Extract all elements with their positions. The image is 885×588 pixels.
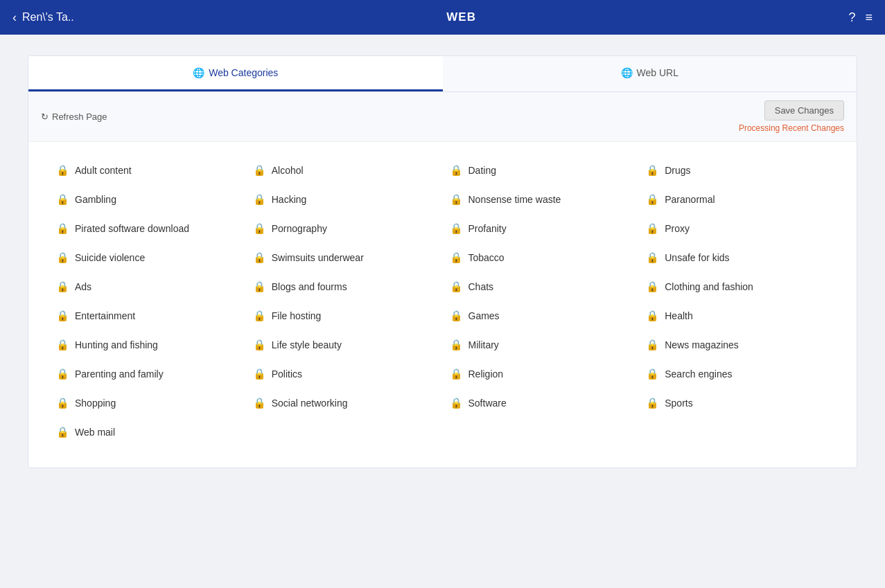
lock-icon-hunting-fishing: 🔒 bbox=[56, 339, 69, 351]
tab-bar: 🌐 Web Categories 🌐 Web URL bbox=[28, 56, 857, 92]
category-item-blogs-and-fourms[interactable]: 🔒Blogs and fourms bbox=[246, 272, 443, 301]
category-label-swimsuits-underwear: Swimsuits underwear bbox=[272, 252, 364, 263]
globe-icon-1: 🌐 bbox=[193, 67, 204, 78]
category-label-games: Games bbox=[468, 310, 500, 321]
category-item-parenting-family[interactable]: 🔒Parenting and family bbox=[49, 359, 246, 389]
category-item-tobacco[interactable]: 🔒Tobacco bbox=[443, 243, 640, 272]
category-item-ads[interactable]: 🔒Ads bbox=[49, 272, 246, 301]
lock-icon-pornography: 🔒 bbox=[253, 222, 266, 235]
category-label-clothing-fashion: Clothing and fashion bbox=[665, 281, 753, 292]
save-changes-button[interactable]: Save Changes bbox=[764, 100, 844, 121]
category-item-health[interactable]: 🔒Health bbox=[639, 301, 836, 330]
lock-icon-swimsuits-underwear: 🔒 bbox=[253, 251, 266, 264]
category-label-tobacco: Tobacco bbox=[468, 252, 505, 263]
tab-web-url[interactable]: 🌐 Web URL bbox=[443, 56, 857, 91]
category-item-politics[interactable]: 🔒Politics bbox=[246, 359, 443, 389]
content-card: 🌐 Web Categories 🌐 Web URL ↻ Refresh Pag… bbox=[28, 55, 857, 468]
category-item-entertainment[interactable]: 🔒Entertainment bbox=[49, 301, 246, 330]
category-item-proxy[interactable]: 🔒Proxy bbox=[639, 214, 836, 243]
category-item-hacking[interactable]: 🔒Hacking bbox=[246, 185, 443, 214]
processing-status: Processing Recent Changes bbox=[739, 123, 844, 133]
lock-icon-chats: 🔒 bbox=[450, 280, 463, 293]
help-icon[interactable]: ? bbox=[848, 10, 855, 25]
back-button[interactable]: ‹ Ren\'s Ta.. bbox=[12, 10, 74, 25]
main-content: 🌐 Web Categories 🌐 Web URL ↻ Refresh Pag… bbox=[0, 35, 885, 489]
category-label-drugs: Drugs bbox=[665, 165, 690, 176]
lock-icon-tobacco: 🔒 bbox=[450, 251, 463, 264]
category-item-swimsuits-underwear[interactable]: 🔒Swimsuits underwear bbox=[246, 243, 443, 272]
menu-icon[interactable]: ≡ bbox=[865, 10, 873, 25]
lock-icon-profanity: 🔒 bbox=[450, 222, 463, 235]
category-item-paranormal[interactable]: 🔒Paranormal bbox=[639, 185, 836, 214]
lock-icon-ads: 🔒 bbox=[56, 280, 69, 293]
lock-icon-paranormal: 🔒 bbox=[646, 193, 659, 206]
lock-icon-file-hosting: 🔒 bbox=[253, 310, 266, 322]
category-item-dating[interactable]: 🔒Dating bbox=[443, 156, 640, 185]
category-item-games[interactable]: 🔒Games bbox=[443, 301, 640, 330]
lock-icon-social-networking: 🔒 bbox=[253, 397, 266, 409]
category-label-adult-content: Adult content bbox=[75, 165, 132, 176]
category-label-entertainment: Entertainment bbox=[75, 310, 135, 321]
category-item-software[interactable]: 🔒Software bbox=[443, 389, 640, 418]
category-item-clothing-fashion[interactable]: 🔒Clothing and fashion bbox=[639, 272, 836, 301]
lock-icon-drugs: 🔒 bbox=[646, 164, 659, 177]
lock-icon-adult-content: 🔒 bbox=[56, 164, 69, 177]
refresh-icon: ↻ bbox=[41, 112, 49, 122]
category-label-ads: Ads bbox=[75, 281, 91, 292]
category-item-suicide-violence[interactable]: 🔒Suicide violence bbox=[49, 243, 246, 272]
refresh-button[interactable]: ↻ Refresh Page bbox=[41, 112, 107, 122]
category-item-web-mail[interactable]: 🔒Web mail bbox=[49, 418, 246, 447]
category-item-drugs[interactable]: 🔒Drugs bbox=[639, 156, 836, 185]
category-item-religion[interactable]: 🔒Religion bbox=[443, 359, 640, 389]
category-label-politics: Politics bbox=[272, 368, 302, 380]
lock-icon-blogs-and-fourms: 🔒 bbox=[253, 280, 266, 293]
tab-web-url-label: Web URL bbox=[637, 67, 678, 78]
lock-icon-religion: 🔒 bbox=[450, 368, 463, 380]
category-item-military[interactable]: 🔒Military bbox=[443, 330, 640, 359]
category-label-news-magazines: News magazines bbox=[665, 339, 739, 350]
category-label-shopping: Shopping bbox=[75, 398, 116, 409]
lock-icon-nonsense-time-waste: 🔒 bbox=[450, 193, 463, 206]
lock-icon-unsafe-for-kids: 🔒 bbox=[646, 251, 659, 264]
category-label-proxy: Proxy bbox=[665, 223, 690, 234]
lock-icon-web-mail: 🔒 bbox=[56, 426, 69, 438]
category-item-unsafe-for-kids[interactable]: 🔒Unsafe for kids bbox=[639, 243, 836, 272]
lock-icon-news-magazines: 🔒 bbox=[646, 339, 659, 351]
lock-icon-software: 🔒 bbox=[450, 397, 463, 409]
category-item-gambling[interactable]: 🔒Gambling bbox=[49, 185, 246, 214]
category-label-paranormal: Paranormal bbox=[665, 194, 715, 205]
header-actions: ? ≡ bbox=[848, 10, 873, 25]
globe-icon-2: 🌐 bbox=[621, 67, 633, 78]
category-label-pirated-software: Pirated software download bbox=[75, 223, 189, 234]
lock-icon-politics: 🔒 bbox=[253, 368, 266, 380]
category-item-adult-content[interactable]: 🔒Adult content bbox=[49, 156, 246, 185]
category-item-file-hosting[interactable]: 🔒File hosting bbox=[246, 301, 443, 330]
category-item-hunting-fishing[interactable]: 🔒Hunting and fishing bbox=[49, 330, 246, 359]
category-item-news-magazines[interactable]: 🔒News magazines bbox=[639, 330, 836, 359]
category-label-life-style-beauty: Life style beauty bbox=[272, 339, 342, 350]
category-item-shopping[interactable]: 🔒Shopping bbox=[49, 389, 246, 418]
category-label-software: Software bbox=[468, 398, 507, 409]
category-label-search-engines: Search engines bbox=[665, 368, 732, 380]
toolbar: ↻ Refresh Page Save Changes Processing R… bbox=[28, 92, 857, 142]
category-item-pornography[interactable]: 🔒Pornography bbox=[246, 214, 443, 243]
category-label-dating: Dating bbox=[468, 165, 496, 176]
tab-web-categories[interactable]: 🌐 Web Categories bbox=[28, 56, 443, 91]
category-item-profanity[interactable]: 🔒Profanity bbox=[443, 214, 640, 243]
category-item-search-engines[interactable]: 🔒Search engines bbox=[639, 359, 836, 389]
category-item-life-style-beauty[interactable]: 🔒Life style beauty bbox=[246, 330, 443, 359]
lock-icon-alcohol: 🔒 bbox=[253, 164, 266, 177]
lock-icon-games: 🔒 bbox=[450, 310, 463, 322]
category-item-social-networking[interactable]: 🔒Social networking bbox=[246, 389, 443, 418]
category-item-pirated-software[interactable]: 🔒Pirated software download bbox=[49, 214, 246, 243]
category-label-parenting-family: Parenting and family bbox=[75, 368, 164, 380]
lock-icon-proxy: 🔒 bbox=[646, 222, 659, 235]
categories-grid: 🔒Adult content🔒Alcohol🔒Dating🔒Drugs🔒Gamb… bbox=[28, 142, 857, 467]
category-item-sports[interactable]: 🔒Sports bbox=[639, 389, 836, 418]
category-item-alcohol[interactable]: 🔒Alcohol bbox=[246, 156, 443, 185]
tab-web-categories-label: Web Categories bbox=[209, 67, 278, 78]
category-label-social-networking: Social networking bbox=[272, 398, 348, 409]
category-item-nonsense-time-waste[interactable]: 🔒Nonsense time waste bbox=[443, 185, 640, 214]
category-item-chats[interactable]: 🔒Chats bbox=[443, 272, 640, 301]
lock-icon-pirated-software: 🔒 bbox=[56, 222, 69, 235]
